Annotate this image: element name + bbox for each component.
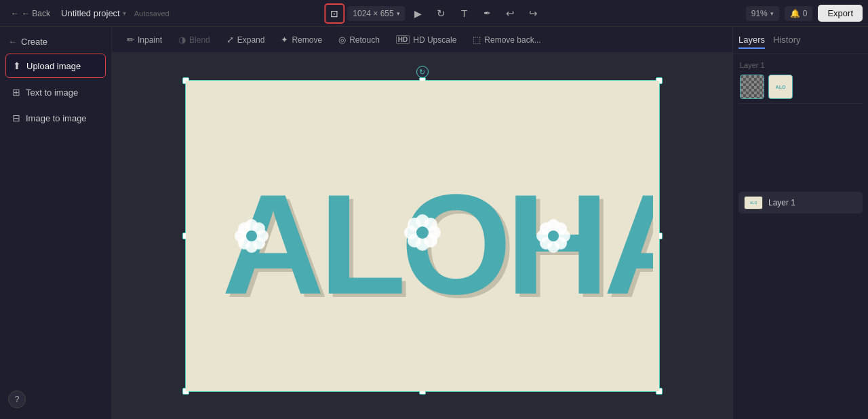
- svg-point-32: [548, 231, 559, 241]
- rotate-handle[interactable]: ↻: [416, 66, 429, 78]
- project-name-text: Untitled project: [61, 8, 120, 18]
- right-panel: Layers History Layer 1 ALO ALO Layer 1: [732, 27, 868, 419]
- layer-thumb-text: ALO: [776, 85, 786, 89]
- back-arrow-icon: ←: [11, 9, 19, 18]
- layer-thumbnails: ALO: [740, 75, 861, 99]
- image-image-icon: ⊟: [12, 113, 20, 123]
- pen-tool-button[interactable]: ✒: [477, 3, 498, 24]
- sidebar-bottom: ?: [5, 385, 106, 414]
- play-icon: ▶: [414, 8, 422, 19]
- sidebar-item-upload-image[interactable]: ⬆ Upload image: [5, 54, 106, 78]
- retouch-tool[interactable]: ◎ Retouch: [332, 31, 387, 48]
- select-icon: ⊡: [330, 8, 338, 19]
- canvas-size-display[interactable]: 1024 × 655 ▾: [347, 6, 405, 21]
- expand-tool[interactable]: ⤢ Expand: [220, 31, 272, 48]
- text-icon: T: [461, 7, 467, 19]
- sidebar-item-text-to-image[interactable]: ⊞ Text to image: [5, 81, 106, 104]
- topbar-center-tools: ⊡ 1024 × 655 ▾ ▶ ↻ T ✒ ↩ ↪: [324, 3, 543, 24]
- expand-icon: ⤢: [226, 35, 234, 45]
- layer-row[interactable]: ALO Layer 1: [738, 192, 863, 214]
- canvas-image: ALOHA! ALOHA!: [186, 81, 659, 391]
- export-button[interactable]: Export: [818, 5, 863, 22]
- sidebar-item-img2img-label: Image to image: [26, 113, 87, 123]
- layer-group-label: Layer 1: [740, 61, 861, 69]
- back-arrow-icon: ←: [8, 37, 17, 47]
- remove-back-tool[interactable]: ⬚ Remove back...: [466, 31, 547, 48]
- layers-list: ALO Layer 1: [733, 111, 868, 214]
- upload-icon: ⬆: [13, 60, 21, 71]
- create-label: Create: [21, 37, 47, 47]
- undo-icon: ↩: [506, 7, 515, 20]
- left-sidebar: ← Create ⬆ Upload image ⊞ Text to image …: [0, 27, 112, 419]
- play-button[interactable]: ▶: [408, 3, 429, 24]
- inpaint-tool[interactable]: ✏ Inpaint: [120, 31, 169, 48]
- blend-label: Blend: [189, 35, 210, 45]
- redo-icon: ↪: [529, 7, 538, 20]
- create-header: ← Create: [5, 33, 106, 54]
- layers-section: Layer 1 ALO: [733, 54, 868, 103]
- blend-icon: ◑: [178, 35, 186, 45]
- notifications-button[interactable]: 🔔 0: [785, 6, 813, 21]
- layer-row-name: Layer 1: [768, 198, 795, 207]
- question-mark-icon: ?: [15, 395, 20, 404]
- inpaint-label: Inpaint: [138, 35, 162, 45]
- chevron-down-icon: ▾: [397, 10, 400, 17]
- hd-upscale-tool[interactable]: HD HD Upscale: [389, 32, 463, 48]
- blend-tool[interactable]: ◑ Blend: [172, 31, 217, 48]
- panel-tabs: Layers History: [733, 27, 868, 54]
- sidebar-item-upload-label: Upload image: [26, 61, 81, 71]
- bell-icon: 🔔: [790, 9, 800, 18]
- layer-thumb-image[interactable]: ALO: [768, 75, 793, 99]
- zoom-level-text: 91%: [751, 9, 768, 18]
- svg-point-22: [416, 226, 429, 239]
- retouch-icon: ◎: [338, 35, 346, 45]
- retouch-label: Retouch: [349, 35, 380, 45]
- undo-button[interactable]: ↩: [500, 3, 521, 24]
- back-label: ← Back: [22, 9, 50, 18]
- layer-thumb-checkered[interactable]: [740, 75, 764, 99]
- rotate-icon: ↻: [437, 7, 446, 20]
- topbar-right: 91% ▾ 🔔 0 Export: [746, 5, 863, 22]
- remove-label: Remove: [292, 35, 322, 45]
- tab-layers[interactable]: Layers: [738, 32, 765, 49]
- select-tool-button[interactable]: ⊡: [324, 3, 344, 24]
- divider: [738, 103, 863, 104]
- main-layout: ← Create ⬆ Upload image ⊞ Text to image …: [0, 27, 868, 419]
- zoom-control[interactable]: 91% ▾: [746, 6, 779, 21]
- autosaved-status: Autosaved: [134, 9, 170, 18]
- topbar: ← ← Back Untitled project ▾ Autosaved ⊡ …: [0, 0, 868, 27]
- tab-history[interactable]: History: [773, 32, 800, 49]
- chevron-down-icon: ▾: [123, 9, 126, 17]
- remove-tool[interactable]: ✦ Remove: [274, 31, 329, 48]
- inpaint-icon: ✏: [127, 35, 134, 45]
- back-button[interactable]: ← ← Back: [5, 6, 56, 21]
- canvas-frame[interactable]: ↻ ALOHA!: [185, 80, 660, 392]
- expand-label: Expand: [237, 35, 265, 45]
- svg-point-12: [246, 231, 257, 241]
- notification-count: 0: [803, 9, 808, 18]
- rotate-button[interactable]: ↻: [431, 3, 452, 24]
- redo-button[interactable]: ↪: [524, 3, 544, 24]
- sidebar-item-image-to-image[interactable]: ⊟ Image to image: [5, 106, 106, 129]
- remove-back-label: Remove back...: [484, 35, 540, 45]
- canvas-area: ✏ Inpaint ◑ Blend ⤢ Expand ✦ Remove ◎ Re…: [112, 27, 732, 419]
- pen-icon: ✒: [484, 8, 491, 18]
- hd-upscale-label: HD Upscale: [413, 35, 456, 45]
- project-name[interactable]: Untitled project ▾: [61, 8, 126, 18]
- chevron-down-icon: ▾: [770, 10, 774, 17]
- text-image-icon: ⊞: [12, 87, 20, 98]
- rotate-icon: ↻: [419, 68, 425, 77]
- canvas-viewport[interactable]: ↻ ALOHA!: [112, 53, 732, 419]
- remove-icon: ✦: [281, 35, 288, 45]
- hd-icon: HD: [396, 35, 410, 44]
- svg-text:ALOHA!: ALOHA!: [222, 165, 653, 324]
- sidebar-item-text-label: Text to image: [26, 87, 78, 98]
- help-button[interactable]: ?: [8, 391, 26, 408]
- remove-back-icon: ⬚: [473, 35, 481, 45]
- aloha-artwork: ALOHA! ALOHA!: [192, 87, 653, 385]
- edit-toolbar: ✏ Inpaint ◑ Blend ⤢ Expand ✦ Remove ◎ Re…: [112, 27, 732, 53]
- canvas-size-text: 1024 × 655: [353, 9, 393, 18]
- layer-row-thumbnail: ALO: [744, 196, 763, 210]
- text-tool-button[interactable]: T: [454, 3, 475, 24]
